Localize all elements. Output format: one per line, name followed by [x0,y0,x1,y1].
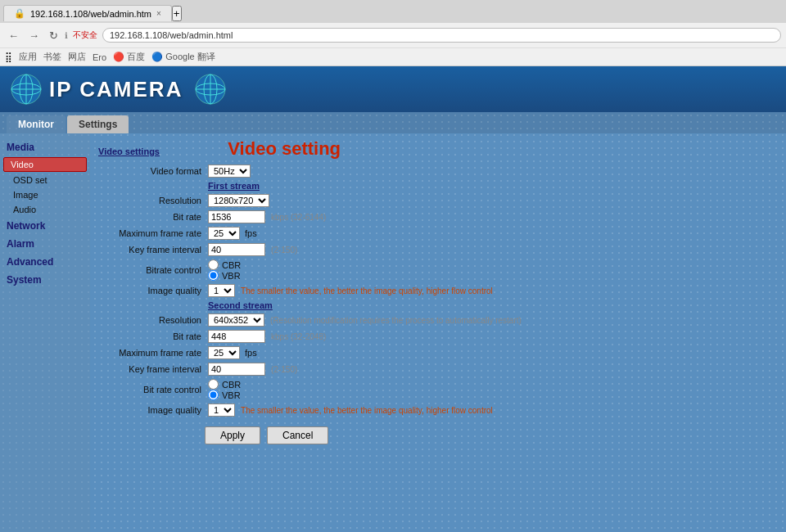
cbr-radio[interactable] [208,259,219,270]
s2-cbr-radio[interactable] [208,379,219,390]
video-format-label: Video format [98,163,205,179]
tab-close-btn[interactable]: × [156,9,161,18]
max-frame-row: Maximum frame rate 25 30 fps [98,225,778,241]
s2-vbr-radio[interactable] [208,390,219,400]
page-heading: Video setting [228,138,341,159]
tab-settings[interactable]: Settings [67,115,129,133]
apply-button[interactable]: Apply [205,426,260,444]
bitrate-control-row: Bitrate control CBR VBR [98,258,778,282]
bookmark-apps[interactable]: 应用 [19,51,37,63]
image-quality-row: Image quality 123 The smaller the value,… [98,282,778,299]
s2-resolution-hint: (Resolution modification requires the pr… [270,316,522,325]
browser-chrome: 🔒 192.168.1.108/web/admin.htm × + ← → ↻ … [0,0,786,66]
s2-bitrate-control-row: Bit rate control CBR VBR [98,377,778,402]
s2-key-frame-hint: (2-150) [271,365,297,374]
logo-globe-right [194,73,227,106]
sidebar-group-system[interactable]: System [0,271,90,289]
resolution-select[interactable]: 1280x720 640x480 [208,194,269,207]
first-stream-section-title: Video settings [98,147,160,156]
s2-bitrate-row: Bit rate kbps (32-2048) [98,328,778,345]
s2-vbr-label: VBR [222,390,241,400]
image-quality-hint: The smaller the value, the better the im… [241,286,493,295]
first-stream-row: First stream [98,179,778,192]
sidebar-item-osd[interactable]: OSD set [0,173,90,187]
bookmark-ero[interactable]: Ero [93,52,106,62]
bookmark-shop[interactable]: 网店 [68,51,86,63]
resolution-label: Resolution [98,192,205,209]
active-tab[interactable]: 🔒 192.168.1.108/web/admin.htm × [3,5,172,21]
video-format-select[interactable]: 50Hz 60Hz [208,165,251,178]
logo-container: IP CAMERA [10,73,227,106]
s2-max-frame-row: Maximum frame rate 2530 fps [98,345,778,361]
nav-tabs: Monitor Settings [0,112,786,133]
s2-bit-rate-label: Bit rate [98,328,205,345]
image-quality-label: Image quality [98,282,205,299]
logo-globe-left [10,73,43,106]
security-icon: ℹ [65,31,68,40]
s2-max-frame-label: Maximum frame rate [98,345,205,361]
key-frame-row: Key frame interval (2-150) [98,241,778,258]
s2-resolution-label: Resolution [98,312,205,328]
s2-max-frame-select[interactable]: 2530 [208,346,240,359]
s2-bit-rate-hint: kbps (32-2048) [271,332,326,341]
video-format-cell: 50Hz 60Hz [205,163,778,179]
button-row: Apply Cancel [98,426,778,444]
second-stream-row: Second stream [98,299,778,312]
max-frame-select[interactable]: 25 30 [208,227,240,240]
page-header: IP CAMERA [0,66,786,112]
vbr-radio[interactable] [208,270,219,281]
bookmark-baidu[interactable]: 🔴 百度 [113,51,145,63]
tab-bar: 🔒 192.168.1.108/web/admin.htm × + [0,0,786,23]
content-header: Video settings Video setting [98,138,778,160]
content-area: Video settings Video setting Video forma… [90,133,786,532]
sidebar-item-image[interactable]: Image [0,187,90,202]
bookmark-bookmarks[interactable]: 书签 [43,51,61,63]
s2-cbr-label: CBR [222,380,241,390]
max-frame-label: Maximum frame rate [98,225,205,241]
s2-key-frame-input[interactable] [208,363,265,376]
back-button[interactable]: ← [5,28,22,43]
first-stream-subtitle: First stream [208,181,260,191]
second-stream-title: Second stream [208,300,273,310]
max-frame-unit: fps [245,228,257,238]
s2-key-frame-row: Key frame interval (2-150) [98,361,778,377]
tab-favicon: 🔒 [14,8,25,19]
cbr-option: CBR [208,259,775,270]
sidebar-item-audio[interactable]: Audio [0,202,90,217]
refresh-button[interactable]: ↻ [46,28,61,43]
vbr-label: VBR [222,271,241,281]
sidebar-group-media[interactable]: Media [0,138,90,156]
main-layout: Media Video OSD set Image Audio Network … [0,133,786,532]
s2-max-frame-unit: fps [245,348,257,358]
bit-rate-hint: kbps (32-6144) [271,213,326,222]
bitrate-row: Bit rate kbps (32-6144) [98,209,778,225]
sidebar-group-alarm[interactable]: Alarm [0,235,90,253]
logo-text: IP CAMERA [49,77,183,102]
bitrate-control-label: Bitrate control [98,258,205,282]
bit-rate-label: Bit rate [98,209,205,225]
key-frame-label: Key frame interval [98,241,205,258]
forward-button[interactable]: → [25,28,43,43]
s2-bit-rate-input[interactable] [208,330,265,343]
sidebar-group-network[interactable]: Network [0,217,90,235]
bookmark-google[interactable]: 🔵 Google 翻译 [151,51,215,63]
video-label: Video [11,160,34,169]
image-quality-select[interactable]: 123 [208,284,235,297]
s2-bitrate-control-label: Bit rate control [98,377,205,402]
apps-icon: ⣿ [5,52,12,63]
address-input[interactable] [102,28,781,43]
security-label: 不安全 [73,29,97,41]
bit-rate-input[interactable] [208,210,265,223]
address-bar: ← → ↻ ℹ 不安全 [0,23,786,47]
s2-image-quality-select[interactable]: 123 [208,404,235,417]
s2-cbr-option: CBR [208,379,775,390]
tab-monitor[interactable]: Monitor [7,115,66,133]
sidebar-item-video[interactable]: Video [3,157,87,172]
sidebar-group-advanced[interactable]: Advanced [0,253,90,271]
s2-resolution-select[interactable]: 640x352 320x240 [208,313,264,327]
key-frame-input[interactable] [208,243,265,256]
sidebar: Media Video OSD set Image Audio Network … [0,133,90,532]
new-tab-button[interactable]: + [172,6,182,21]
key-frame-hint: (2-150) [271,246,297,255]
cancel-button[interactable]: Cancel [267,426,328,444]
